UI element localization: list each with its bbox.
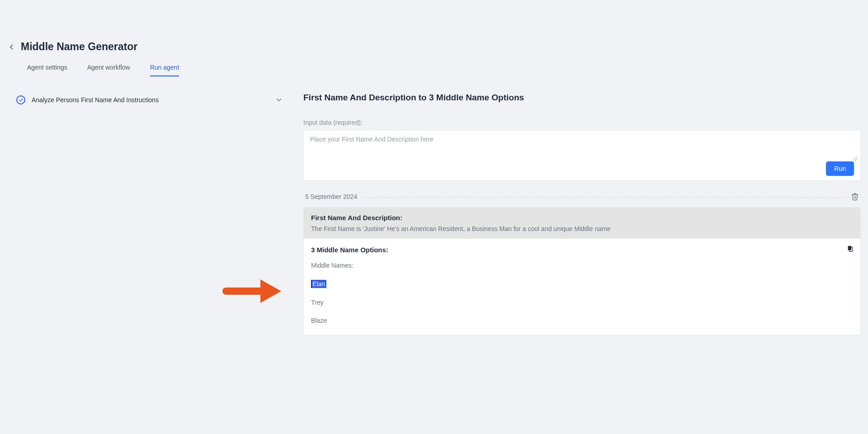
options-label: Middle Names: bbox=[311, 262, 853, 269]
divider bbox=[362, 197, 846, 198]
entry-input-block: First Name And Description: The First Na… bbox=[304, 208, 860, 239]
check-circle-icon bbox=[16, 95, 25, 104]
chevron-down-icon[interactable] bbox=[275, 96, 283, 104]
input-textarea[interactable] bbox=[310, 136, 854, 157]
input-card: Run bbox=[303, 130, 861, 181]
tab-run-agent[interactable]: Run agent bbox=[150, 64, 179, 76]
option-2: Trey bbox=[311, 299, 853, 306]
steps-column: Analyze Persons First Name And Instructi… bbox=[13, 91, 294, 380]
option-1-text[interactable]: Elan bbox=[311, 280, 326, 288]
svg-rect-3 bbox=[848, 246, 851, 250]
run-panel: First Name And Description to 3 Middle N… bbox=[294, 91, 861, 380]
input-label: Input data (required): bbox=[303, 119, 861, 126]
copy-icon[interactable] bbox=[847, 245, 854, 253]
entry-input-head: First Name And Description: bbox=[311, 214, 853, 222]
entry-input-body: The First Name is 'Justine' He's an Amer… bbox=[311, 225, 853, 232]
history-entry: First Name And Description: The First Na… bbox=[303, 207, 861, 335]
svg-line-1 bbox=[855, 159, 858, 161]
option-3: Blaze bbox=[311, 317, 853, 324]
entry-output-block: 3 Middle Name Options: Middle Names: Ela… bbox=[304, 239, 860, 335]
page-header: Middle Name Generator bbox=[0, 25, 868, 64]
history-header: 5 September 2024 bbox=[303, 193, 861, 201]
option-1: Elan bbox=[311, 280, 853, 288]
back-icon[interactable] bbox=[7, 43, 15, 51]
history-date: 5 September 2024 bbox=[305, 193, 357, 200]
step-analyze[interactable]: Analyze Persons First Name And Instructi… bbox=[13, 91, 287, 109]
tabs: Agent settings Agent workflow Run agent bbox=[0, 64, 868, 76]
tab-agent-settings[interactable]: Agent settings bbox=[27, 64, 67, 76]
entry-output-head: 3 Middle Name Options: bbox=[311, 246, 853, 254]
step-label: Analyze Persons First Name And Instructi… bbox=[32, 96, 269, 104]
trash-icon[interactable] bbox=[851, 193, 859, 201]
tab-agent-workflow[interactable]: Agent workflow bbox=[87, 64, 130, 76]
run-button[interactable]: Run bbox=[826, 161, 854, 176]
page-title: Middle Name Generator bbox=[21, 41, 137, 53]
panel-title: First Name And Description to 3 Middle N… bbox=[303, 91, 861, 103]
